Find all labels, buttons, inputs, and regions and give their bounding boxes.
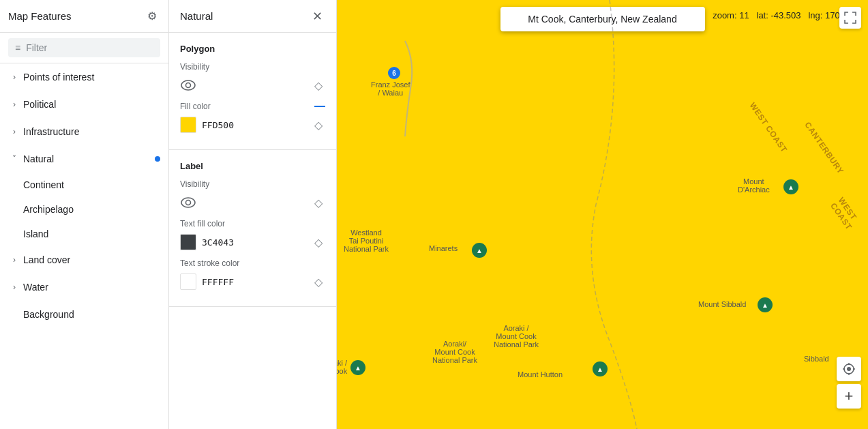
sidebar-item-archipelago[interactable]: Archipelago: [0, 197, 168, 222]
place-minarets: Minarets: [429, 244, 458, 252]
sidebar-item-label: Background: [23, 309, 74, 320]
svg-point-2: [181, 198, 195, 207]
sidebar-subitem-label: Continent: [23, 179, 64, 190]
sidebar-item-island[interactable]: Island: [0, 222, 168, 246]
map-bottom-controls: +: [837, 357, 861, 409]
sidebar-item-label: Natural: [23, 153, 54, 164]
fill-color-label-row: Fill color: [180, 102, 325, 111]
polygon-fill-color-row: FFD500 ◇: [180, 117, 325, 133]
label-visibility-row: ◇: [180, 194, 325, 211]
map-triangle-sibbald: ▲: [758, 297, 773, 312]
close-button[interactable]: ✕: [309, 8, 325, 25]
fill-color-swatch: [180, 117, 196, 133]
sidebar-item-water[interactable]: › Water: [0, 273, 168, 301]
sidebar-item-label: Land cover: [23, 254, 70, 265]
gear-icon[interactable]: ⚙: [144, 8, 160, 25]
sidebar-item-political[interactable]: › Political: [0, 91, 168, 118]
chevron-right-icon: ›: [8, 98, 20, 110]
text-stroke-color-row: FFFFFF ◇: [180, 273, 325, 290]
sidebar-subitem-label: Island: [23, 228, 48, 239]
text-stroke-diamond-icon[interactable]: ◇: [312, 275, 325, 289]
polygon-visibility-row: ◇: [180, 77, 325, 93]
map-area[interactable]: zoom: 11 lat: -43.503 lng: 170.306 Mt Co…: [337, 0, 868, 429]
location-button[interactable]: [837, 357, 861, 381]
filter-input[interactable]: ≡ Filter: [8, 38, 160, 57]
zoom-in-button[interactable]: +: [837, 384, 861, 409]
fill-color-field[interactable]: FFD500: [180, 117, 312, 133]
fill-color-diamond-icon[interactable]: ◇: [312, 118, 325, 132]
fill-color-label: Fill color: [180, 102, 211, 111]
sidebar-item-points-of-interest[interactable]: › Points of interest: [0, 63, 168, 91]
text-stroke-color-value: FFFFFF: [202, 277, 234, 287]
label-section-title: Label: [180, 161, 325, 171]
map-triangle-minarets: ▲: [472, 243, 487, 258]
sidebar-item-natural[interactable]: ˅ Natural: [0, 145, 168, 173]
label-section: Label Visibility ◇ Text fill color 3C404…: [169, 150, 336, 307]
filter-icon: ≡: [15, 42, 20, 53]
label-diamond-icon[interactable]: ◇: [312, 196, 325, 209]
text-stroke-color-label: Text stroke color: [180, 258, 325, 268]
svg-point-3: [186, 201, 191, 205]
sidebar-subitem-label: Archipelago: [23, 204, 74, 215]
search-box[interactable]: Mt Cook, Canterbury, New Zealand: [500, 7, 705, 31]
map-triangle-aoraki: ▲: [593, 361, 608, 376]
svg-point-0: [181, 80, 195, 90]
chevron-right-icon: ›: [8, 125, 20, 138]
nav-list: › Points of interest › Political › Infra…: [0, 63, 168, 429]
place-franz-josef: Franz Josef/ Waiau: [371, 80, 410, 97]
filter-placeholder: Filter: [26, 42, 47, 53]
sidebar-item-background[interactable]: › Background: [0, 301, 168, 328]
label-eye-icon[interactable]: [180, 194, 196, 211]
map-triangle-partial: ▲: [350, 360, 365, 375]
visibility-label: Visibility: [180, 62, 325, 72]
svg-point-1: [186, 83, 191, 88]
sidebar-item-land-cover[interactable]: › Land cover: [0, 246, 168, 273]
chevron-right-icon: ›: [8, 254, 20, 266]
map-pin-6: 6: [388, 67, 400, 79]
middle-panel: Natural ✕ Polygon Visibility ◇ Fill colo…: [169, 0, 337, 429]
place-mount-sibbald: Mount Sibbald: [698, 300, 746, 308]
place-mount-hutton: Mount Hutton: [518, 370, 563, 379]
chevron-right-icon: ›: [8, 281, 20, 293]
eye-icon[interactable]: [180, 77, 196, 93]
text-fill-color-swatch: [180, 234, 196, 250]
sidebar-item-label: Points of interest: [23, 72, 94, 83]
sidebar-item-label: Water: [23, 282, 48, 293]
map-features-title: Map Features: [8, 10, 72, 22]
polygon-section-title: Polygon: [180, 44, 325, 54]
fullscreen-button[interactable]: [839, 7, 861, 29]
place-aoraki-1: Aoraki /Mount CookNational Park: [494, 324, 539, 349]
natural-panel-title: Natural: [180, 10, 213, 22]
label-visibility-label: Visibility: [180, 179, 325, 189]
left-panel: Map Features ⚙ ≡ Filter › Points of inte…: [0, 0, 169, 429]
diamond-icon[interactable]: ◇: [312, 78, 325, 92]
canterbury-label-1: CANTERBURY: [803, 120, 845, 175]
map-triangle-darchiac: ▲: [783, 179, 798, 194]
text-fill-color-label: Text fill color: [180, 219, 325, 228]
fill-color-value: FFD500: [202, 120, 234, 130]
middle-header: Natural ✕: [169, 0, 336, 33]
place-sibbald: Sibbald: [804, 355, 829, 363]
minus-icon: [314, 106, 325, 107]
place-westland: WestlandTai PoutiniNational Park: [344, 228, 389, 253]
sidebar-item-label: Infrastructure: [23, 126, 79, 137]
west-coast-label-1: WEST COAST: [748, 101, 790, 154]
left-header: Map Features ⚙: [0, 0, 168, 33]
place-partial-aoraki: aki /ook: [337, 359, 347, 375]
text-fill-diamond-icon[interactable]: ◇: [312, 235, 325, 249]
svg-point-4: [847, 367, 851, 371]
polygon-section: Polygon Visibility ◇ Fill color FFD500 ◇: [169, 33, 336, 150]
text-fill-color-row: 3C4043 ◇: [180, 234, 325, 250]
text-stroke-color-swatch: [180, 273, 196, 290]
text-fill-color-value: 3C4043: [202, 237, 234, 248]
sidebar-item-continent[interactable]: Continent: [0, 173, 168, 197]
text-fill-color-field[interactable]: 3C4043: [180, 234, 312, 250]
west-coast-label-2: WEST COAST: [828, 196, 867, 239]
text-stroke-color-field[interactable]: FFFFFF: [180, 273, 312, 290]
map-zoom: zoom: 11 lat: -43.503 lng: 170.306: [713, 10, 857, 20]
sidebar-item-label: Political: [23, 99, 56, 110]
sidebar-item-infrastructure[interactable]: › Infrastructure: [0, 118, 168, 145]
place-aoraki-2: Aoraki/Mount CookNational Park: [432, 340, 477, 364]
chevron-down-icon: ˅: [8, 153, 20, 165]
filter-bar: ≡ Filter: [0, 33, 168, 63]
